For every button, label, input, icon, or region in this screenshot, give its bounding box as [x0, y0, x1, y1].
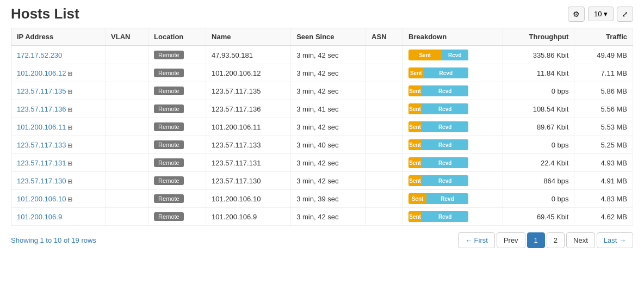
cell-ip: 101.200.106.11⊞	[11, 118, 106, 136]
cell-vlan	[106, 64, 148, 82]
cell-seen-since: 3 min, 41 sec	[291, 100, 366, 118]
bar-rcvd: Rcvd	[422, 121, 468, 132]
per-page-button[interactable]: 10 ▾	[588, 7, 614, 21]
cell-breakdown: SentRcvd	[403, 154, 503, 172]
showing-to: 10	[54, 236, 61, 244]
cell-name: 123.57.117.136	[206, 100, 291, 118]
cell-breakdown: SentRcvd	[403, 172, 503, 190]
cell-location: Remote	[148, 208, 206, 226]
cell-name: 123.57.117.133	[206, 136, 291, 154]
cell-vlan	[106, 208, 148, 226]
cell-asn	[366, 82, 403, 100]
th-name: Name	[206, 28, 291, 46]
table-row: 172.17.52.230Remote47.93.50.1813 min, 42…	[11, 46, 633, 64]
breakdown-bar: SentRcvd	[408, 85, 468, 96]
ip-link[interactable]: 172.17.52.230	[17, 51, 62, 59]
cell-seen-since: 3 min, 42 sec	[291, 46, 366, 64]
header-row: Hosts List ⚙ 10 ▾ ⤢	[11, 5, 633, 22]
cell-location: Remote	[148, 46, 206, 64]
next-page-button[interactable]: Next	[566, 232, 595, 248]
cell-location: Remote	[148, 82, 206, 100]
cell-breakdown: SentRcvd	[403, 208, 503, 226]
cell-ip: 101.200.106.9	[11, 208, 106, 226]
table-row: 123.57.117.130⊞Remote123.57.117.1303 min…	[11, 172, 633, 190]
cell-asn	[366, 118, 403, 136]
breakdown-bar: SentRcvd	[408, 103, 468, 114]
table-row: 123.57.117.133⊞Remote123.57.117.1333 min…	[11, 136, 633, 154]
cell-location: Remote	[148, 118, 206, 136]
cell-vlan	[106, 154, 148, 172]
location-badge: Remote	[154, 176, 184, 185]
last-page-button[interactable]: Last →	[597, 232, 633, 248]
cell-traffic: 5.86 MB	[574, 82, 633, 100]
cell-asn	[366, 190, 403, 208]
cell-throughput: 11.84 Kbit	[503, 64, 574, 82]
bar-sent: Sent	[408, 193, 426, 204]
cell-vlan	[106, 82, 148, 100]
cell-location: Remote	[148, 100, 206, 118]
settings-button[interactable]: ⚙	[568, 7, 585, 22]
cell-asn	[366, 64, 403, 82]
breakdown-bar: SentRcvd	[408, 67, 468, 78]
bar-rcvd: Rcvd	[422, 211, 468, 222]
page-1-button[interactable]: 1	[527, 232, 545, 248]
cell-seen-since: 3 min, 42 sec	[291, 208, 366, 226]
cell-throughput: 89.67 Kbit	[503, 118, 574, 136]
expand-button[interactable]: ⤢	[617, 7, 633, 22]
ip-link[interactable]: 123.57.117.131	[17, 159, 66, 167]
cell-seen-since: 3 min, 39 sec	[291, 190, 366, 208]
showing-middle: to	[44, 236, 54, 244]
first-page-button[interactable]: ← First	[458, 232, 495, 248]
cell-throughput: 22.4 Kbit	[503, 154, 574, 172]
cell-traffic: 5.56 MB	[574, 100, 633, 118]
th-location: Location	[148, 28, 206, 46]
breakdown-bar: SentRcvd	[408, 50, 468, 60]
windows-icon: ⊞	[67, 160, 72, 167]
prev-page-button[interactable]: Prev	[497, 232, 525, 248]
ip-link[interactable]: 101.200.106.11	[17, 123, 66, 131]
windows-icon: ⊞	[67, 142, 72, 149]
ip-link[interactable]: 123.57.117.133	[17, 141, 66, 149]
cell-seen-since: 3 min, 40 sec	[291, 136, 366, 154]
cell-name: 123.57.117.130	[206, 172, 291, 190]
bar-sent: Sent	[408, 211, 422, 222]
cell-traffic: 5.53 MB	[574, 118, 633, 136]
cell-location: Remote	[148, 136, 206, 154]
page-2-button[interactable]: 2	[547, 232, 565, 248]
ip-link[interactable]: 101.200.106.10	[17, 195, 66, 203]
cell-traffic: 7.11 MB	[574, 64, 633, 82]
windows-icon: ⊞	[67, 124, 72, 131]
ip-link[interactable]: 101.200.106.12	[17, 69, 66, 77]
cell-traffic: 4.62 MB	[574, 208, 633, 226]
ip-link[interactable]: 123.57.117.136	[17, 105, 66, 113]
showing-from: 1	[40, 236, 44, 244]
cell-vlan	[106, 190, 148, 208]
cell-asn	[366, 208, 403, 226]
breakdown-bar: SentRcvd	[408, 139, 468, 150]
th-ip-address: IP Address	[11, 28, 106, 46]
bar-rcvd: Rcvd	[426, 193, 468, 204]
bar-rcvd: Rcvd	[424, 67, 469, 78]
windows-icon: ⊞	[67, 70, 72, 77]
location-badge: Remote	[154, 140, 184, 149]
cell-name: 101.200.106.9	[206, 208, 291, 226]
cell-seen-since: 3 min, 42 sec	[291, 118, 366, 136]
cell-ip: 172.17.52.230	[11, 46, 106, 64]
bar-sent: Sent	[408, 157, 422, 168]
cell-seen-since: 3 min, 42 sec	[291, 64, 366, 82]
showing-prefix: Showing	[11, 236, 40, 244]
location-badge: Remote	[154, 158, 184, 167]
location-badge: Remote	[154, 51, 184, 59]
bar-sent: Sent	[408, 50, 442, 60]
cell-vlan	[106, 172, 148, 190]
ip-link[interactable]: 101.200.106.9	[17, 213, 62, 221]
ip-link[interactable]: 123.57.117.130	[17, 177, 66, 185]
table-row: 123.57.117.131⊞Remote123.57.117.1313 min…	[11, 154, 633, 172]
page-title: Hosts List	[11, 5, 79, 22]
cell-name: 123.57.117.131	[206, 154, 291, 172]
location-badge: Remote	[154, 87, 184, 95]
cell-traffic: 5.25 MB	[574, 136, 633, 154]
ip-link[interactable]: 123.57.117.135	[17, 87, 66, 95]
cell-vlan	[106, 100, 148, 118]
table-row: 101.200.106.11⊞Remote101.200.106.113 min…	[11, 118, 633, 136]
